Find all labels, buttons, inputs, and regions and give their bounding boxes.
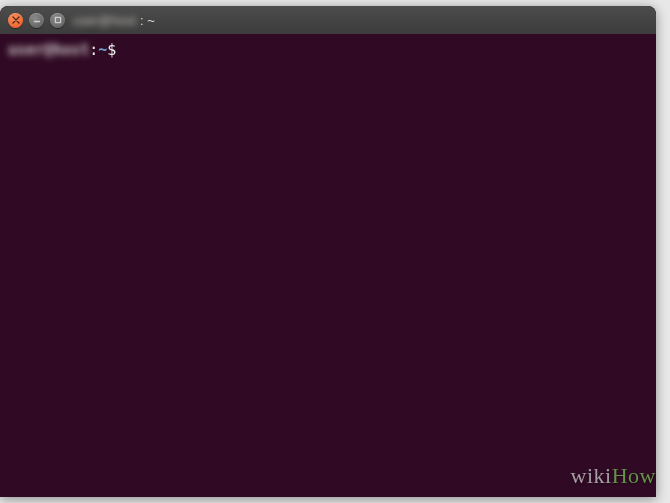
title-user-host: user@host: [73, 13, 136, 28]
window-titlebar[interactable]: user@host: ~: [0, 6, 656, 34]
close-button[interactable]: [8, 13, 23, 28]
prompt-symbol: $: [107, 40, 116, 60]
terminal-body[interactable]: user@host:~$: [0, 34, 656, 497]
window-controls: [8, 13, 65, 28]
prompt-user-host: user@host: [8, 40, 89, 60]
prompt-line: user@host:~$: [8, 40, 648, 60]
title-suffix: : ~: [140, 13, 155, 28]
prompt-colon: :: [89, 40, 98, 60]
svg-rect-0: [55, 17, 60, 22]
prompt-space: [116, 40, 125, 60]
minimize-button[interactable]: [29, 13, 44, 28]
minimize-icon: [33, 16, 41, 24]
maximize-icon: [54, 16, 62, 24]
maximize-button[interactable]: [50, 13, 65, 28]
terminal-window: user@host: ~ user@host:~$: [0, 6, 656, 497]
window-title: user@host: ~: [73, 13, 155, 28]
prompt-path: ~: [98, 40, 107, 60]
close-icon: [12, 16, 20, 24]
